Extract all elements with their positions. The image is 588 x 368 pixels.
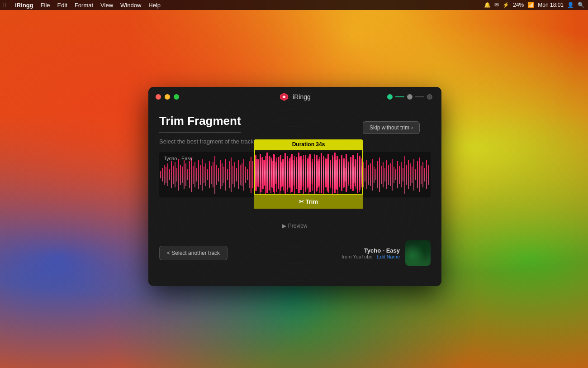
svg-rect-153	[255, 155, 256, 191]
svg-rect-146	[417, 161, 418, 188]
svg-rect-125	[379, 158, 380, 192]
svg-rect-192	[343, 158, 345, 187]
preview-button[interactable]: ▶ Preview	[282, 223, 307, 229]
waveform-area: Tycho - Easy	[159, 152, 431, 218]
battery-percent: 24%	[513, 2, 524, 8]
edit-name-link[interactable]: Edit Name	[377, 254, 400, 259]
svg-rect-149	[422, 162, 423, 187]
svg-rect-38	[222, 163, 223, 186]
svg-rect-17	[184, 160, 185, 189]
select-another-track-button[interactable]: < Select another track	[159, 246, 228, 260]
menu-view[interactable]: View	[100, 2, 113, 9]
svg-rect-44	[232, 166, 233, 184]
svg-rect-31	[209, 161, 210, 188]
svg-rect-118	[366, 160, 367, 189]
svg-rect-54	[251, 157, 251, 193]
svg-rect-49	[242, 163, 242, 186]
svg-rect-132	[392, 159, 393, 191]
skip-arrow-icon: ›	[411, 124, 413, 131]
svg-rect-188	[334, 153, 336, 193]
svg-rect-178	[312, 162, 313, 184]
svg-rect-37	[220, 160, 221, 189]
svg-rect-51	[245, 167, 246, 183]
app-logo-icon	[279, 92, 289, 102]
svg-rect-148	[421, 166, 422, 184]
account-icon[interactable]: 👤	[567, 2, 574, 8]
mail-icon[interactable]: ✉	[494, 2, 499, 8]
svg-rect-43	[231, 158, 232, 192]
svg-rect-199	[359, 156, 360, 190]
svg-rect-116	[363, 162, 364, 187]
svg-rect-119	[368, 165, 369, 185]
svg-rect-6	[164, 165, 165, 185]
menu-edit[interactable]: Edit	[57, 2, 67, 9]
svg-rect-183	[323, 156, 324, 190]
svg-rect-155	[260, 154, 261, 192]
svg-rect-165	[282, 159, 284, 186]
maximize-button[interactable]	[174, 94, 179, 100]
svg-rect-147	[419, 158, 420, 192]
svg-rect-187	[332, 157, 333, 189]
svg-rect-159	[269, 156, 270, 190]
menu-help[interactable]: Help	[148, 2, 161, 9]
svg-rect-11	[173, 166, 174, 184]
svg-rect-172	[298, 153, 299, 193]
svg-rect-158	[266, 153, 268, 193]
time-display: Mon 18:01	[538, 2, 564, 8]
preview-section: ▶ Preview	[159, 221, 431, 229]
svg-rect-5	[162, 168, 163, 182]
skip-without-trim-button[interactable]: Skip without trim ›	[363, 121, 420, 134]
svg-rect-169	[291, 154, 293, 192]
svg-rect-137	[401, 162, 402, 187]
svg-rect-181	[318, 159, 320, 186]
skip-button-label: Skip without trim	[370, 124, 409, 131]
svg-rect-50	[243, 159, 244, 191]
svg-rect-176	[307, 158, 308, 187]
svg-rect-52	[247, 169, 248, 180]
close-button[interactable]	[156, 94, 161, 100]
svg-rect-23	[194, 162, 195, 187]
menu-window[interactable]: Window	[120, 2, 141, 9]
svg-rect-121	[372, 159, 373, 191]
track-name: Tycho - Easy	[341, 247, 400, 254]
app-menu-iringg[interactable]: iRingg	[15, 2, 33, 9]
menu-file[interactable]: File	[41, 2, 50, 9]
svg-rect-19	[187, 169, 188, 180]
app-window: iRingg Trim Fragment Skip without trim ›…	[148, 87, 441, 286]
svg-rect-55	[252, 161, 253, 188]
svg-rect-33	[213, 162, 213, 187]
svg-rect-117	[365, 168, 365, 182]
track-source-label: from YouTube	[341, 254, 372, 259]
svg-rect-45	[234, 162, 235, 187]
svg-rect-122	[374, 167, 375, 183]
apple-menu[interactable]: 	[4, 1, 6, 9]
progress-line-1	[395, 96, 404, 97]
svg-rect-20	[189, 161, 190, 188]
traffic-lights	[156, 94, 179, 100]
trim-button[interactable]: ✂ Trim	[254, 195, 363, 209]
notification-icon[interactable]: 🔔	[484, 2, 491, 8]
svg-rect-190	[339, 159, 340, 186]
svg-rect-139	[404, 156, 405, 194]
minimize-button[interactable]	[165, 94, 170, 100]
svg-rect-179	[314, 157, 315, 189]
svg-rect-25	[198, 160, 199, 189]
svg-rect-123	[375, 169, 376, 180]
selection-box[interactable]	[254, 149, 363, 195]
selection-overlay[interactable]: Duration 34s	[254, 139, 363, 209]
svg-rect-161	[273, 154, 275, 192]
svg-rect-126	[381, 166, 382, 184]
track-meta: Tycho - Easy from YouTube Edit Name	[341, 247, 400, 259]
svg-rect-42	[229, 161, 230, 188]
svg-rect-35	[216, 165, 217, 185]
progress-step-1	[387, 94, 393, 100]
svg-rect-134	[395, 169, 396, 180]
search-icon[interactable]: 🔍	[578, 2, 584, 8]
wifi-icon[interactable]: 📶	[527, 2, 534, 8]
svg-rect-14	[178, 159, 179, 191]
svg-rect-41	[227, 169, 228, 180]
bottom-bar: < Select another track Tycho - Easy from…	[159, 239, 431, 266]
svg-rect-128	[384, 168, 385, 182]
svg-rect-150	[424, 168, 425, 182]
menu-format[interactable]: Format	[75, 2, 93, 9]
